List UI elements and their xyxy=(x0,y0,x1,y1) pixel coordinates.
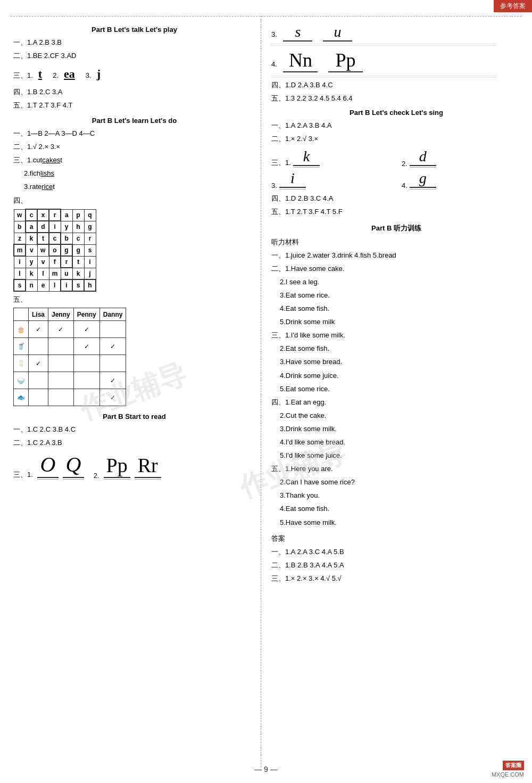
item4-num: 4. xyxy=(271,60,277,68)
ws-cell-2-3: c xyxy=(49,233,61,244)
left-column: Part B Let's talk Let's play 一、1.A 2.B 3… xyxy=(13,21,255,483)
check-jenny-cake: ✓ xyxy=(48,321,74,338)
food-table: Lisa Jenny Penny Danny 🎂 ✓ ✓ ✓ 🥤 ✓ ✓ xyxy=(13,308,126,406)
san-2: 2.Eat some fish. xyxy=(280,343,521,355)
ws-cell-0-6: q xyxy=(84,209,96,221)
san2-prefix: 2.fich xyxy=(24,169,40,177)
ws-cell-5-0: l xyxy=(14,268,26,279)
ws-cell-5-1: k xyxy=(26,268,37,279)
check-jenny-rice xyxy=(48,372,74,389)
ws-cell-2-2: t xyxy=(37,233,49,244)
food-icon-cake: 🎂 xyxy=(14,321,29,338)
section3-san: 三、1. O Q 2. Pp Rr xyxy=(13,452,255,480)
san-5: 5.Eat some rice. xyxy=(280,383,521,395)
bottom-logo: 答案圈 MXQE.COM xyxy=(492,761,524,778)
ws-cell-2-4: b xyxy=(61,233,72,244)
san2-word: lishs xyxy=(40,169,54,177)
ws-cell-0-5: p xyxy=(72,209,84,221)
section1-san: 三、1. t 2. ea 3. j xyxy=(13,64,255,84)
san1-word: cakes xyxy=(42,156,60,164)
word-search-table: wcxrapqbadiyhgzktcbcrmvwoggsiyvfrtilklmu… xyxy=(13,209,96,292)
san-g: 4. g xyxy=(402,170,521,189)
writing-item3: 3. s u xyxy=(271,23,521,42)
ws-cell-2-0: z xyxy=(14,233,26,244)
writing-item4: 4. Nn Pp xyxy=(271,49,521,72)
food-icon-milk: 🥛 xyxy=(14,355,29,372)
answer-banner: 参考答案 xyxy=(494,0,532,12)
san-1: 三、1.I'd like some milk. xyxy=(271,329,521,341)
check-san: 三、1. k 2. d 3. i 4. g xyxy=(271,148,521,189)
check-penny-cake: ✓ xyxy=(73,321,99,338)
check-wu: 五、1.T 2.T 3.F 4.T 5.F xyxy=(271,206,521,218)
ws-cell-6-0: s xyxy=(14,279,26,291)
vertical-divider xyxy=(261,16,261,767)
ws-cell-3-6: s xyxy=(84,244,96,256)
letter-Rr: Rr xyxy=(135,454,161,478)
er-3: 3.Eat some rice. xyxy=(280,290,521,301)
check-lisa-milk: ✓ xyxy=(29,355,48,372)
letter-Pp: Pp xyxy=(104,454,130,478)
ws-cell-3-2: w xyxy=(37,244,49,256)
si-2: 2.Cut the cake. xyxy=(280,410,521,422)
wu-2: 2.Can I have some rice? xyxy=(280,476,521,488)
ws-cell-5-5: k xyxy=(72,268,84,279)
ws-cell-4-3: f xyxy=(49,256,61,268)
food-row-milk: 🥛 ✓ xyxy=(14,355,126,372)
san-k: 三、1. k xyxy=(271,148,391,168)
ws-cell-3-0: m xyxy=(14,244,26,256)
letter-d: d xyxy=(410,148,436,166)
san-t: t xyxy=(38,64,42,84)
er-5: 5.Drink some milk xyxy=(280,316,521,328)
ws-cell-0-2: x xyxy=(37,209,49,221)
col-penny: Penny xyxy=(73,308,99,321)
check-er: 二、1.× 2.√ 3.× xyxy=(271,133,521,145)
er-4: 4.Eat some fish. xyxy=(280,303,521,315)
ws-cell-4-4: r xyxy=(61,256,72,268)
ws-cell-0-0: w xyxy=(14,209,26,221)
ws-cell-1-2: d xyxy=(37,221,49,233)
ws-cell-3-5: g xyxy=(72,244,84,256)
letter-O-box: O xyxy=(37,452,59,480)
san-num2: 2. xyxy=(53,70,59,81)
ws-cell-3-3: o xyxy=(49,244,61,256)
check-yi: 一、1.A 2.A 3.B 4.A xyxy=(271,120,521,131)
right-si: 四、1.D 2.A 3.B 4.C xyxy=(271,79,521,91)
wu-1: 五、1.Here you are. xyxy=(271,463,521,475)
wu-5: 5.Have some milk. xyxy=(280,517,521,529)
listening-wu: 五、1.Here you are. 2.Can I have some rice… xyxy=(271,463,521,528)
item3-num: 3. xyxy=(271,30,277,38)
ws-cell-6-4: i xyxy=(61,279,72,291)
letter-s: s xyxy=(283,23,312,42)
section2-er: 二、1.√ 2.× 3.× xyxy=(13,141,255,153)
ws-cell-1-5: h xyxy=(72,221,84,233)
section1-si: 四、1.B 2.C 3.A xyxy=(13,86,255,98)
section3-er: 二、1.C 2.A 3.B xyxy=(13,437,255,449)
answers-block: 答案 一、1.A 2.A 3.C 4.A 5.B 二、1.B 2.B 3.A 4… xyxy=(271,533,521,584)
ws-cell-6-5: s xyxy=(72,279,84,291)
col-lisa: Lisa xyxy=(29,308,48,321)
check-lisa-rice xyxy=(29,372,48,389)
er-2: 2.I see a leg. xyxy=(280,276,521,288)
ans-yi: 一、1.A 2.A 3.C 4.A 5.B xyxy=(271,546,521,558)
san1-end: t xyxy=(60,156,62,164)
si-4: 4.I'd like some bread. xyxy=(280,436,521,448)
section2-yi: 一、1—B 2—A 3—D 4—C xyxy=(13,128,255,139)
food-row-juice: 🥤 ✓ ✓ xyxy=(14,338,126,355)
check-danny-juice: ✓ xyxy=(99,338,126,355)
ans-san: 三、1.× 2.× 3.× 4.√ 5.√ xyxy=(271,573,521,584)
ws-cell-2-1: k xyxy=(26,233,37,244)
san-d: 2. d xyxy=(402,148,521,168)
ws-cell-5-3: m xyxy=(49,268,61,279)
check-danny-fish: ✓ xyxy=(99,389,126,406)
san-num: 三、1. xyxy=(13,470,33,480)
food-icon-fish: 🐟 xyxy=(14,389,29,406)
check-jenny-juice xyxy=(48,338,74,355)
ws-cell-4-6: i xyxy=(84,256,96,268)
ans-er: 二、1.B 2.B 3.A 4.A 5.A xyxy=(271,559,521,571)
check-penny-fish xyxy=(73,389,99,406)
san3-end: t xyxy=(53,183,55,191)
ws-cell-0-1: c xyxy=(26,209,37,221)
check-penny-juice: ✓ xyxy=(73,338,99,355)
listening-si: 四、1.Eat an egg. 2.Cut the cake. 3.Drink … xyxy=(271,397,521,461)
col-danny: Danny xyxy=(99,308,126,321)
